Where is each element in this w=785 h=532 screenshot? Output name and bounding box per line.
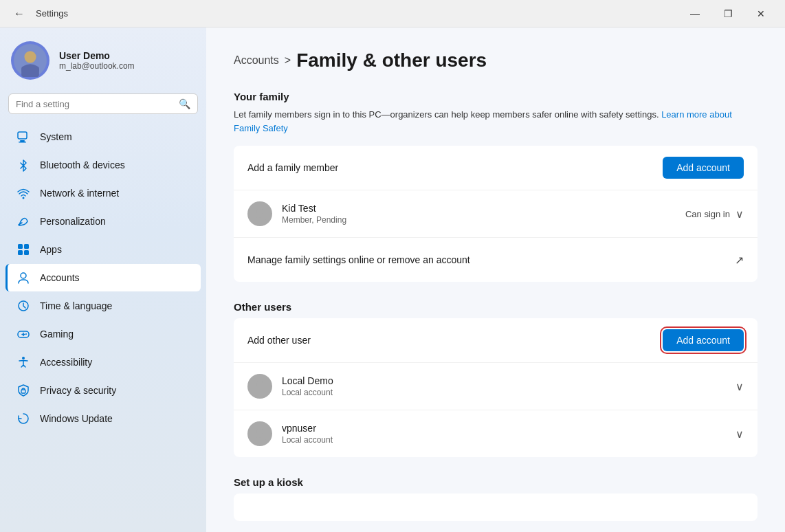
sidebar-item-label-privacy: Privacy & security [40, 385, 116, 396]
vpnuser-subtitle: Local account [282, 435, 736, 445]
svg-point-16 [22, 357, 25, 359]
add-family-account-button[interactable]: Add account [663, 157, 744, 179]
external-link-icon: ↗ [735, 254, 744, 267]
sidebar-item-label-accessibility: Accessibility [40, 357, 92, 368]
apps-icon [16, 243, 30, 256]
update-icon [16, 412, 30, 425]
svg-rect-11 [24, 250, 29, 255]
sidebar-item-bluetooth[interactable]: Bluetooth & devices [5, 151, 201, 179]
search-box[interactable]: 🔍 [8, 93, 198, 114]
maximize-button[interactable]: ❐ [712, 3, 744, 25]
svg-rect-3 [21, 67, 39, 77]
sidebar-item-label-time: Time & language [40, 300, 112, 311]
your-family-desc: Let family members sign in to this PC—or… [234, 108, 758, 135]
add-family-member-row: Add a family member Add account [234, 146, 758, 190]
vpnuser-row: vpnuser Local account ∨ [234, 410, 758, 457]
sidebar-item-system[interactable]: System [5, 123, 201, 151]
breadcrumb-separator: > [285, 54, 291, 67]
sidebar-item-time[interactable]: Time & language [5, 292, 201, 320]
vpnuser-avatar [247, 421, 272, 446]
search-input[interactable] [16, 99, 173, 109]
local-demo-chevron[interactable]: ∨ [736, 380, 744, 393]
kid-test-chevron[interactable]: ∨ [736, 208, 744, 221]
svg-point-20 [256, 428, 263, 435]
gaming-icon [16, 327, 30, 341]
local-demo-row: Local Demo Local account ∨ [234, 363, 758, 410]
accounts-icon [16, 271, 30, 285]
time-icon [16, 299, 30, 313]
svg-rect-4 [18, 132, 27, 139]
local-demo-name: Local Demo [282, 375, 736, 386]
minimize-button[interactable]: — [679, 3, 711, 25]
sidebar-item-network[interactable]: Network & internet [5, 179, 201, 207]
kiosk-title: Set up a kiosk [234, 476, 758, 488]
sidebar: User Demo m_lab@outlook.com 🔍 System [0, 27, 206, 532]
user-info: User Demo m_lab@outlook.com [59, 50, 135, 71]
bluetooth-icon [16, 158, 30, 172]
personalization-icon [16, 214, 30, 228]
app-body: User Demo m_lab@outlook.com 🔍 System [0, 27, 785, 532]
sidebar-item-label-network: Network & internet [40, 188, 119, 199]
add-other-user-row: Add other user Add account [234, 318, 758, 363]
kiosk-card [234, 494, 758, 521]
sidebar-item-label-accounts: Accounts [40, 272, 80, 283]
sidebar-item-accessibility[interactable]: Accessibility [5, 348, 201, 376]
add-other-user-label: Add other user [247, 335, 663, 346]
kid-test-role: Member, Pending [282, 215, 685, 225]
kid-test-avatar [247, 201, 272, 226]
svg-rect-5 [20, 140, 25, 142]
add-family-member-label: Add a family member [247, 162, 663, 173]
sidebar-item-personalization[interactable]: Personalization [5, 208, 201, 235]
title-bar: ← Settings — ❐ ✕ [0, 0, 785, 27]
kid-test-status: Can sign in [685, 209, 730, 219]
page-header: Accounts > Family & other users [234, 49, 758, 71]
sidebar-item-label-gaming: Gaming [40, 329, 74, 340]
sidebar-item-accounts[interactable]: Accounts [5, 264, 201, 291]
local-demo-avatar [247, 374, 272, 399]
main-content: Accounts > Family & other users Your fam… [206, 27, 785, 532]
sidebar-item-label-system: System [40, 131, 72, 142]
kiosk-row [234, 494, 758, 521]
back-button[interactable]: ← [8, 3, 30, 25]
system-icon [16, 130, 30, 144]
manage-family-label: Manage family settings online or remove … [247, 254, 735, 265]
close-button[interactable]: ✕ [745, 3, 777, 25]
sidebar-item-gaming[interactable]: Gaming [5, 320, 201, 348]
kid-test-name: Kid Test [282, 203, 685, 214]
kid-test-row: Kid Test Member, Pending Can sign in ∨ [234, 190, 758, 238]
sidebar-item-update[interactable]: Windows Update [5, 405, 201, 432]
kiosk-section: Set up a kiosk [234, 476, 758, 521]
vpnuser-name: vpnuser [282, 423, 736, 434]
add-other-account-button[interactable]: Add account [663, 329, 744, 351]
svg-rect-10 [18, 250, 23, 255]
svg-point-7 [23, 197, 25, 199]
manage-family-row[interactable]: Manage family settings online or remove … [234, 238, 758, 282]
your-family-section: Your family Let family members sign in t… [234, 91, 758, 282]
avatar [11, 41, 49, 80]
app-title: Settings [36, 8, 68, 19]
sidebar-item-label-personalization: Personalization [40, 216, 106, 227]
svg-point-12 [21, 273, 26, 278]
user-profile[interactable]: User Demo m_lab@outlook.com [0, 27, 206, 91]
sidebar-item-label-update: Windows Update [40, 413, 113, 424]
svg-point-1 [24, 51, 36, 63]
accessibility-icon [16, 355, 30, 369]
search-icon: 🔍 [179, 98, 190, 109]
sidebar-item-apps[interactable]: Apps [5, 236, 201, 263]
svg-rect-6 [19, 142, 26, 143]
sidebar-item-label-bluetooth: Bluetooth & devices [40, 159, 125, 170]
window-controls: — ❐ ✕ [679, 3, 777, 25]
vpnuser-chevron[interactable]: ∨ [736, 428, 744, 441]
network-icon [16, 186, 30, 200]
breadcrumb: Accounts [234, 54, 279, 67]
svg-rect-17 [21, 390, 25, 393]
other-users-title: Other users [234, 301, 758, 313]
page-title: Family & other users [296, 49, 487, 71]
svg-point-15 [25, 333, 27, 335]
sidebar-item-privacy[interactable]: Privacy & security [5, 377, 201, 404]
other-users-card: Add other user Add account Local Demo Lo… [234, 318, 758, 457]
user-email: m_lab@outlook.com [59, 61, 135, 71]
local-demo-subtitle: Local account [282, 388, 736, 397]
svg-rect-8 [18, 244, 23, 249]
privacy-icon [16, 384, 30, 397]
